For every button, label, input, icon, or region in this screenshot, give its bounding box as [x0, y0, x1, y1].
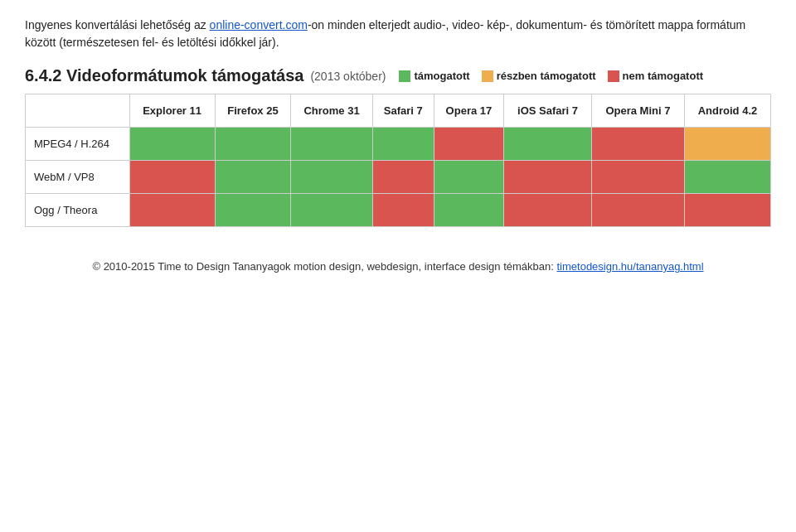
legend-not-supported-label: nem támogatott	[623, 70, 704, 82]
legend-partial-box	[482, 70, 493, 82]
legend-partial-label: részben támogatott	[497, 70, 596, 82]
online-convert-link[interactable]: online-convert.com	[210, 18, 308, 31]
table-cell	[591, 128, 684, 161]
intro-text-before-link: Ingyenes konvertálási lehetőség az	[25, 18, 210, 31]
footer: © 2010-2015 Time to Design Tananyagok mo…	[25, 260, 771, 273]
table-cell	[372, 128, 434, 161]
table-cell	[215, 128, 291, 161]
col-header-opera: Opera 17	[434, 94, 503, 128]
table-cell	[591, 194, 684, 227]
table-row: MPEG4 / H.264	[26, 128, 771, 161]
legend-supported-label: támogatott	[414, 70, 469, 82]
col-header-android: Android 4.2	[684, 94, 770, 128]
table-cell	[434, 128, 503, 161]
col-header-chrome: Chrome 31	[291, 94, 373, 128]
col-header-empty	[26, 94, 130, 128]
table-cell	[291, 161, 373, 194]
row-label: MPEG4 / H.264	[26, 128, 130, 161]
col-header-explorer: Explorer 11	[129, 94, 215, 128]
legend: támogatott részben támogatott nem támoga…	[399, 70, 703, 82]
row-label: Ogg / Theora	[26, 194, 130, 227]
legend-not-supported: nem támogatott	[608, 70, 704, 82]
table-cell	[684, 194, 770, 227]
table-cell	[684, 128, 770, 161]
col-header-opera-mini: Opera Mini 7	[591, 94, 684, 128]
section-title: 6.4.2 Videoformátumok támogatása (2013 o…	[25, 66, 771, 85]
table-cell	[504, 128, 592, 161]
table-row: Ogg / Theora	[26, 194, 771, 227]
table-cell	[372, 161, 434, 194]
legend-partial: részben támogatott	[482, 70, 596, 82]
table-cell	[129, 194, 215, 227]
section-title-text: 6.4.2 Videoformátumok támogatása	[25, 66, 303, 85]
table-cell	[129, 161, 215, 194]
table-row: WebM / VP8	[26, 161, 771, 194]
table-cell	[434, 194, 503, 227]
table-cell	[684, 161, 770, 194]
table-header-row: Explorer 11 Firefox 25 Chrome 31 Safari …	[26, 94, 771, 128]
section-subtitle: (2013 október)	[310, 70, 386, 83]
footer-link[interactable]: timetodesign.hu/tananyag.html	[556, 260, 703, 273]
legend-supported-box	[399, 70, 410, 82]
row-label: WebM / VP8	[26, 161, 130, 194]
col-header-firefox: Firefox 25	[215, 94, 291, 128]
table-cell	[291, 128, 373, 161]
legend-supported: támogatott	[399, 70, 469, 82]
table-cell	[372, 194, 434, 227]
table-cell	[291, 194, 373, 227]
table-cell	[129, 128, 215, 161]
table-cell	[215, 194, 291, 227]
footer-text: © 2010-2015 Time to Design Tananyagok mo…	[92, 260, 556, 273]
table-cell	[215, 161, 291, 194]
support-table: Explorer 11 Firefox 25 Chrome 31 Safari …	[25, 94, 771, 227]
col-header-safari: Safari 7	[372, 94, 434, 128]
table-cell	[434, 161, 503, 194]
legend-not-supported-box	[608, 70, 619, 82]
table-cell	[591, 161, 684, 194]
table-cell	[504, 194, 592, 227]
intro-text: Ingyenes konvertálási lehetőség az onlin…	[25, 17, 771, 51]
col-header-ios-safari: iOS Safari 7	[504, 94, 592, 128]
table-cell	[504, 161, 592, 194]
